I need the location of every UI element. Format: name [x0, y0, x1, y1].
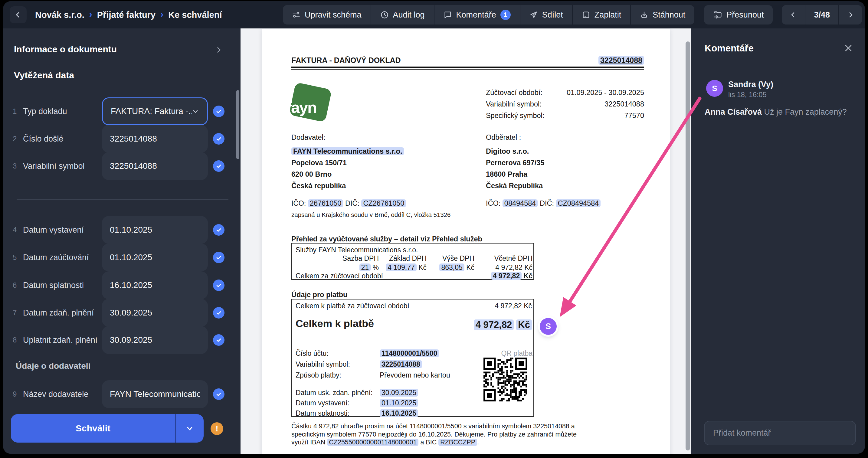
vat-amount-cell: 863,05 Kč	[429, 264, 474, 272]
field-label: Datum zdaň. plnění	[23, 308, 94, 318]
move-button-group: Přesunout	[704, 5, 773, 25]
field-confirmed-check[interactable]	[213, 105, 224, 117]
column-header: Včetně DPH	[481, 254, 532, 263]
document-info-header[interactable]: Informace o dokumentu	[14, 44, 117, 55]
supplier-name: FAYN Telecommunications s.r.o.	[291, 147, 404, 155]
close-icon[interactable]	[844, 43, 853, 53]
chevron-left-icon	[14, 11, 22, 19]
field-confirmed-check[interactable]	[213, 133, 224, 145]
supplier-dic: CZ26761050	[361, 200, 406, 207]
download-label: Stáhnout	[653, 10, 685, 20]
pay-label: Zaplatit	[594, 10, 621, 20]
check-icon	[216, 163, 222, 169]
field-number: 6	[13, 281, 17, 289]
field-confirmed-check[interactable]	[213, 334, 224, 346]
supplier-section-header: Údaje o dodavateli	[16, 361, 90, 371]
field-input[interactable]: 01.10.2025	[102, 244, 208, 271]
pay-button[interactable]: Zaplatit	[572, 5, 630, 25]
field-input[interactable]: 3225014088	[102, 152, 208, 180]
field-confirmed-check[interactable]	[213, 160, 224, 172]
next-document-button[interactable]	[839, 5, 862, 25]
bic-value: RZBCCZPP	[438, 439, 477, 446]
toolbar-action-group: Upravit schéma Audit log Komentáře 1 Sdí…	[283, 5, 694, 25]
field-confirmed-check[interactable]	[213, 307, 224, 318]
field-number: 8	[13, 336, 17, 344]
column-header: Základ DPH	[381, 254, 427, 263]
check-icon	[216, 254, 222, 261]
breadcrumb-company[interactable]: Novák s.r.o.	[35, 10, 85, 20]
column-header: Sazba DPH	[333, 254, 379, 263]
supplier-label: Dodavatel:	[291, 133, 325, 142]
add-comment-input[interactable]	[704, 421, 856, 445]
payment-row-value: 1148000001/5500	[380, 349, 439, 358]
move-button[interactable]: Přesunout	[704, 5, 773, 25]
download-button[interactable]: Stáhnout	[630, 5, 694, 25]
field-number: 7	[13, 309, 17, 317]
invoice-title: FAKTURA - DAŇOVÝ DOKLAD	[291, 56, 401, 65]
share-label: Sdílet	[542, 10, 563, 20]
approve-warning-badge[interactable]: !	[211, 422, 223, 435]
payment-row-label: Datum vystavení:	[296, 399, 349, 407]
customer-name: Digitoo s.r.o.	[486, 146, 544, 157]
document-type-select[interactable]: FAKTURA: Faktura -...	[102, 97, 208, 125]
services-total-label: Celkem za zúčtovací období	[296, 272, 383, 280]
column-header: Výše DPH	[429, 254, 474, 263]
field-label: Název dodavatele	[23, 390, 88, 399]
comment-anchor-marker[interactable]: S	[540, 318, 557, 335]
audit-log-button[interactable]: Audit log	[371, 5, 434, 25]
field-confirmed-check[interactable]	[213, 389, 224, 400]
pagination-position: 3/48	[805, 5, 839, 25]
comment-mention[interactable]: Anna Císařová	[705, 108, 762, 117]
qr-payment-label: QR platba	[481, 349, 532, 358]
extracted-data-header: Vytěžená data	[14, 70, 74, 81]
comments-button[interactable]: Komentáře 1	[434, 5, 520, 25]
edit-schema-label: Upravit schéma	[305, 10, 362, 20]
field-number: 4	[13, 226, 17, 234]
info-label: Variabilní symbol:	[486, 100, 541, 108]
back-button[interactable]	[10, 6, 27, 23]
field-label: Uplatnit zdaň. plnění	[23, 335, 97, 345]
field-confirmed-check[interactable]	[213, 279, 224, 291]
breadcrumb-separator: ›	[160, 9, 163, 19]
field-confirmed-check[interactable]	[213, 252, 224, 263]
chevron-left-icon	[789, 11, 797, 19]
field-input[interactable]: 30.09.2025	[102, 299, 208, 327]
approve-button[interactable]: Schválit	[11, 414, 175, 442]
field-input[interactable]: 01.10.2025	[102, 216, 208, 244]
viewer-scrollbar[interactable]	[686, 41, 690, 451]
info-value: 77570	[624, 112, 644, 120]
field-input[interactable]: 30.09.2025	[102, 326, 208, 354]
approve-dropdown-button[interactable]	[175, 414, 204, 442]
edit-schema-button[interactable]: Upravit schéma	[283, 5, 371, 25]
payment-total-value: 4 972,82Kč	[474, 319, 532, 330]
chevron-down-icon	[185, 424, 194, 433]
field-number: 5	[13, 253, 17, 262]
share-button[interactable]: Sdílet	[520, 5, 572, 25]
payment-total-label: Celkem k platbě	[296, 318, 374, 330]
chevron-right-icon[interactable]	[215, 46, 223, 54]
fayn-logo: fayn	[289, 82, 332, 123]
field-confirmed-check[interactable]	[213, 224, 224, 236]
services-section-title: Přehled za vyúčtované služby – detail vi…	[291, 235, 482, 243]
payment-summary-value: 4 972,82 Kč	[495, 302, 532, 310]
clock-icon	[380, 10, 389, 19]
payment-row-value: 30.09.2025	[380, 389, 418, 397]
comment-bubble-icon	[443, 10, 452, 19]
chevron-right-icon	[847, 11, 854, 19]
payment-row-label: Způsob platby:	[296, 371, 341, 379]
payment-row-label: Datum usk. zdan. plnění:	[296, 389, 372, 397]
field-input[interactable]: FAYN Telecommunications s.r.o.	[102, 380, 208, 408]
info-value: 01.09.2025 - 30.09.2025	[567, 89, 644, 97]
breadcrumb-status[interactable]: Ke schválení	[168, 10, 222, 20]
iban-value: CZ2555000000001148000001	[327, 439, 418, 446]
prev-document-button[interactable]	[782, 5, 805, 25]
field-input[interactable]: 16.10.2025	[102, 271, 208, 299]
supplier-country: Česká republika	[291, 180, 404, 191]
field-row-nazev-dodavatele: 9 Název dodavatele FAYN Telecommunicatio…	[3, 380, 241, 408]
chevron-down-icon	[192, 108, 199, 115]
breadcrumb: Novák s.r.o. › Přijaté faktury › Ke schv…	[35, 10, 222, 20]
sidebar-scrollbar[interactable]	[236, 90, 239, 159]
field-input[interactable]: 3225014088	[102, 125, 208, 153]
breadcrumb-folder[interactable]: Přijaté faktury	[97, 10, 156, 20]
payment-instructions: Částku 4 972,82 uhraďte prosím na účet 1…	[291, 422, 577, 447]
